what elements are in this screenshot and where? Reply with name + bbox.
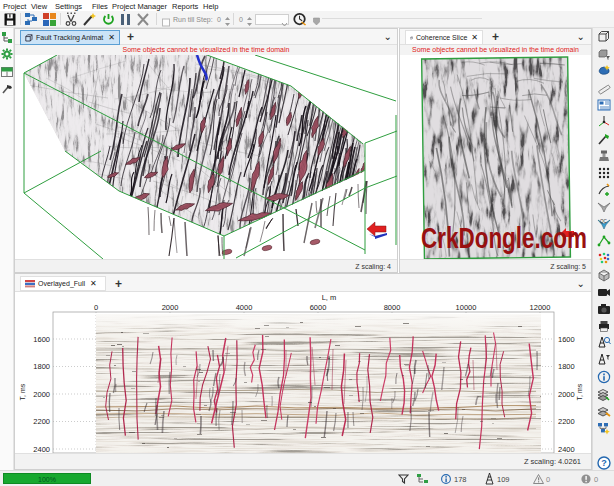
svg-text:10000: 10000 (456, 303, 477, 312)
svg-text:2000: 2000 (558, 390, 575, 399)
svg-text:2200: 2200 (558, 417, 575, 426)
svg-text:1800: 1800 (558, 362, 575, 371)
svg-text:T, ms: T, ms (19, 383, 26, 400)
svg-text:4000: 4000 (236, 303, 253, 312)
svg-text:T, ms: T, ms (576, 383, 583, 400)
svg-text:12000: 12000 (530, 303, 551, 312)
svg-text:CrkDongle.com: CrkDongle.com (421, 222, 587, 254)
svg-text:2000: 2000 (162, 303, 179, 312)
svg-text:L, m: L, m (322, 293, 337, 302)
svg-text:6000: 6000 (310, 303, 327, 312)
svg-text:2200: 2200 (33, 417, 50, 426)
svg-text:2400: 2400 (558, 445, 575, 454)
svg-text:1800: 1800 (33, 362, 50, 371)
svg-text:2400: 2400 (33, 445, 50, 454)
svg-text:0: 0 (94, 303, 98, 312)
svg-text:1600: 1600 (558, 335, 575, 344)
svg-text:1600: 1600 (33, 335, 50, 344)
svg-text:2000: 2000 (33, 390, 50, 399)
svg-text:QC: QC (600, 219, 608, 224)
svg-text:?: ? (601, 458, 607, 468)
svg-text:8000: 8000 (384, 303, 401, 312)
